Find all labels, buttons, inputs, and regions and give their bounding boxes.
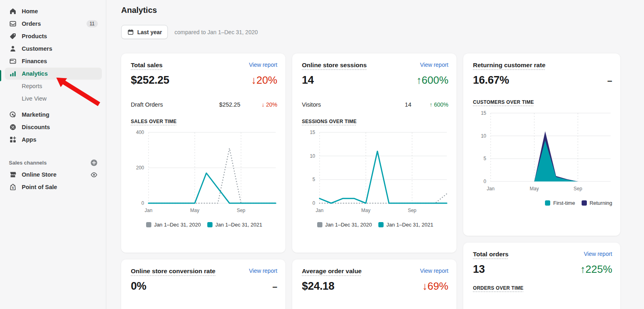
chart-section-label[interactable]: CUSTOMERS OVER TIME <box>473 99 534 105</box>
metric-cards-grid: Total sales View report $252.25 ↓20% Dra… <box>121 54 644 309</box>
chart-section-label[interactable]: ORDERS OVER TIME <box>473 285 523 291</box>
sessions-over-time-chart: 051015JanMaySep <box>302 129 448 217</box>
finances-icon <box>9 57 17 65</box>
sales-channels-label: Sales channels <box>9 160 47 166</box>
cards-column-2: Online store sessions View report 14 ↑60… <box>292 54 456 309</box>
legend-label: First-time <box>553 200 575 206</box>
svg-text:15: 15 <box>310 130 316 135</box>
orders-count-badge: 11 <box>87 20 98 27</box>
breakdown-row: Draft Orders $252.25 ↓ 20% <box>131 101 277 108</box>
svg-text:May: May <box>361 208 371 213</box>
sidebar-item-label: Orders <box>22 21 41 27</box>
svg-text:Jan: Jan <box>487 186 494 192</box>
metric-value: 16.67% <box>473 74 509 87</box>
sidebar-item-label: Analytics <box>22 70 47 77</box>
svg-text:Jan: Jan <box>144 208 152 213</box>
sidebar-item-label: Products <box>22 33 47 39</box>
card-title[interactable]: Online store conversion rate <box>131 268 215 275</box>
sidebar-item-label: Discounts <box>22 124 50 130</box>
legend-label: Returning <box>590 200 612 206</box>
svg-text:$: $ <box>12 186 14 190</box>
legend-item: Jan 1–Dec 31, 2021 <box>207 222 262 228</box>
sidebar-item-label: Marketing <box>22 111 50 118</box>
breakdown-value: 14 <box>371 101 411 108</box>
sidebar-item-label: Finances <box>22 58 47 64</box>
sidebar-item-label: Point of Sale <box>22 184 57 190</box>
view-report-link[interactable]: View report <box>249 268 277 274</box>
legend-label: Jan 1–Dec 31, 2020 <box>154 222 201 228</box>
chart-legend: Jan 1–Dec 31, 2020Jan 1–Dec 31, 2021 <box>131 222 277 228</box>
breakdown-label: Draft Orders <box>131 101 200 108</box>
sidebar-item-reports[interactable]: Reports <box>5 80 102 92</box>
metric-value: 13 <box>473 263 485 276</box>
returning-customer-rate-card: Returning customer rate 16.67% – CUSTOME… <box>463 54 620 236</box>
chart-section-label[interactable]: SALES OVER TIME <box>131 119 177 124</box>
cards-column-1: Total sales View report $252.25 ↓20% Dra… <box>121 54 285 309</box>
sidebar-item-point-of-sale[interactable]: $ Point of Sale <box>5 181 102 193</box>
products-icon <box>9 32 17 40</box>
chart-section-label[interactable]: SESSIONS OVER TIME <box>302 119 357 124</box>
svg-text:10: 10 <box>481 133 487 139</box>
svg-text:Sep: Sep <box>574 186 582 192</box>
sidebar-item-customers[interactable]: Customers <box>5 43 102 55</box>
metric-delta: ↓20% <box>251 74 277 87</box>
orders-icon <box>9 20 17 28</box>
sidebar-item-discounts[interactable]: Discounts <box>5 121 102 133</box>
sidebar-item-finances[interactable]: Finances <box>5 55 102 67</box>
card-title[interactable]: Total orders <box>473 251 508 258</box>
svg-text:Sep: Sep <box>408 208 417 213</box>
svg-text:400: 400 <box>136 130 144 135</box>
sidebar-item-orders[interactable]: Orders 11 <box>5 18 102 30</box>
customers-over-time-chart: 051015JanMaySep <box>473 110 612 195</box>
sales-over-time-chart: 0200400JanMaySep <box>131 129 277 217</box>
card-title[interactable]: Returning customer rate <box>473 62 545 69</box>
sidebar-item-marketing[interactable]: Marketing <box>5 109 102 121</box>
eye-icon[interactable] <box>90 171 98 179</box>
sidebar-item-online-store[interactable]: Online Store <box>5 169 102 181</box>
conversion-rate-card: Online store conversion rate View report… <box>121 260 285 309</box>
svg-text:Sep: Sep <box>237 208 246 213</box>
legend-swatch <box>378 222 384 227</box>
sidebar-item-label: Online Store <box>22 171 56 178</box>
card-title[interactable]: Total sales <box>131 62 163 69</box>
date-range-button[interactable]: Last year <box>121 25 168 39</box>
sidebar-item-label: Home <box>22 8 38 14</box>
online-store-sessions-card: Online store sessions View report 14 ↑60… <box>292 54 456 253</box>
view-report-link[interactable]: View report <box>420 62 448 68</box>
page-title: Analytics <box>121 6 644 15</box>
view-report-link[interactable]: View report <box>420 268 448 274</box>
chart-legend: Jan 1–Dec 31, 2020Jan 1–Dec 31, 2021 <box>302 222 448 228</box>
view-report-link[interactable]: View report <box>584 251 612 257</box>
legend-swatch <box>582 200 587 206</box>
chart-legend: First-timeReturning <box>473 200 612 206</box>
metric-value: $252.25 <box>131 74 169 87</box>
view-report-link[interactable]: View report <box>249 62 277 68</box>
compare-period-text: compared to Jan 1–Dec 31, 2020 <box>174 29 258 35</box>
calendar-icon <box>127 29 134 35</box>
sidebar-item-analytics[interactable]: Analytics <box>5 68 102 80</box>
card-title[interactable]: Average order value <box>302 268 361 275</box>
legend-item: Jan 1–Dec 31, 2021 <box>378 222 433 228</box>
svg-text:200: 200 <box>136 165 144 171</box>
sidebar-item-home[interactable]: Home <box>5 5 102 17</box>
add-sales-channel-button[interactable] <box>90 159 98 167</box>
card-title[interactable]: Online store sessions <box>302 62 367 69</box>
sidebar-item-products[interactable]: Products <box>5 30 102 42</box>
cards-column-3: Returning customer rate 16.67% – CUSTOME… <box>463 54 620 309</box>
svg-text:0: 0 <box>483 179 486 184</box>
sidebar-nav: Home Orders 11 Products Customers <box>0 0 106 309</box>
shopify-analytics-app: Home Orders 11 Products Customers <box>0 0 644 309</box>
metric-value: 0% <box>131 280 146 293</box>
legend-swatch <box>545 200 550 206</box>
breakdown-label: Visitors <box>302 101 371 108</box>
svg-text:Jan: Jan <box>316 208 323 213</box>
metric-value: 14 <box>302 74 314 87</box>
breakdown-delta: ↓ 20% <box>240 101 277 108</box>
legend-item: Returning <box>582 200 612 206</box>
metric-delta: ↑600% <box>417 74 449 87</box>
sidebar-item-label: Live View <box>22 95 47 102</box>
sidebar-item-apps[interactable]: Apps <box>5 134 102 146</box>
marketing-icon <box>9 111 17 119</box>
sidebar-item-live-view[interactable]: Live View <box>5 93 102 105</box>
sidebar-item-label: Apps <box>22 136 36 143</box>
